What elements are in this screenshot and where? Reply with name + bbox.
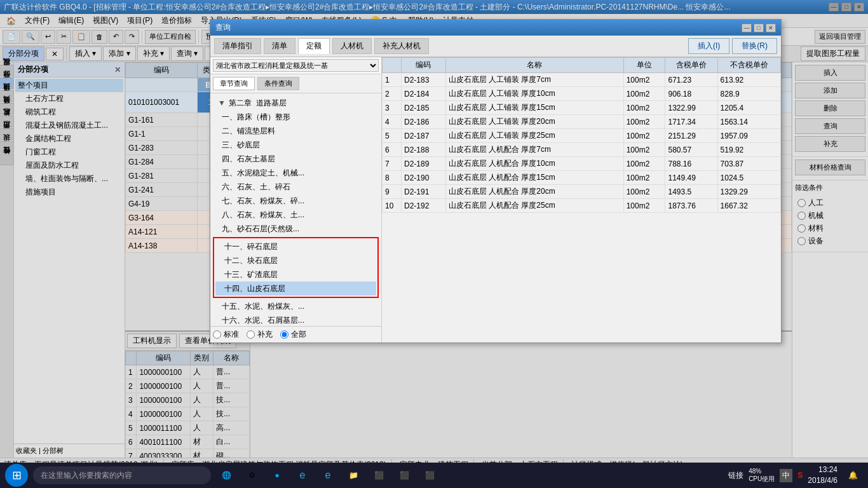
maximize-btn[interactable]: □ <box>841 3 851 11</box>
add-btn[interactable]: 添加 ▾ <box>103 46 135 61</box>
icon-btn5[interactable]: 📋 <box>72 30 90 44</box>
menu-edit[interactable]: 编辑(E) <box>55 14 88 27</box>
tree-lime-soil[interactable]: 四、石灰土基层 <box>213 152 379 166</box>
tree-road-bed[interactable]: 一、路床（槽）整形 <box>213 110 379 124</box>
tab-baobiao[interactable]: 报表 <box>0 141 14 152</box>
icon-btn7[interactable]: ↶ <box>109 30 123 44</box>
tree-lime-flyash-soil[interactable]: 八、石灰、粉煤灰、土... <box>213 208 379 222</box>
tree-cement-flyash[interactable]: 十五、水泥、粉煤灰、... <box>213 299 379 313</box>
tree-item-all[interactable]: 整个项目 <box>15 79 123 92</box>
taskbar-icon-ie2[interactable]: e <box>318 465 338 485</box>
tree-item-concrete[interactable]: 混凝土及钢筋混凝土工... <box>15 119 123 132</box>
dialog-insert-btn[interactable]: 插入(I) <box>688 38 729 54</box>
icon-buttons[interactable]: 📄 <box>3 30 20 44</box>
taskbar-icon-3[interactable]: ● <box>267 465 287 485</box>
return-project-btn[interactable]: 返回项目管理 <box>815 30 865 44</box>
menu-project[interactable]: 项目(P) <box>123 14 156 27</box>
result-table-wrap[interactable]: 编码 名称 单位 含税单价 不含税单价 1D2-183山皮石底层 人工铺装 厚度… <box>382 57 781 342</box>
tree-block-stone[interactable]: 十二、块石底层 <box>215 254 376 268</box>
menu-price-index[interactable]: 造价指标 <box>158 14 196 27</box>
dialog-minimize[interactable]: — <box>742 24 752 32</box>
taskbar-icon-app1[interactable]: ⬛ <box>369 465 389 485</box>
tree-bedding[interactable]: 二、铺流垫层料 <box>213 124 379 138</box>
start-button[interactable]: ⊞ <box>5 464 28 487</box>
list-item[interactable]: 11000000100人普... <box>126 365 250 379</box>
radio-labor[interactable]: 人工 <box>797 198 863 208</box>
taskbar-icon-folder[interactable]: 📁 <box>343 465 363 485</box>
result-row[interactable]: 2D2-184山皮石底层 人工铺装 厚度10cm100m2906.18828.9 <box>383 87 781 101</box>
tab-dinge[interactable]: 定额 <box>298 38 330 54</box>
query-action-btn[interactable]: 查询 <box>795 118 865 134</box>
tree-item-measures[interactable]: 措施项目 <box>15 186 123 199</box>
tab-condition-query[interactable]: 条件查询 <box>257 77 299 90</box>
list-item[interactable]: 64001011100材白... <box>126 435 250 449</box>
dialog-replace-btn[interactable]: 替换(R) <box>732 38 777 54</box>
sidebar-close-btn[interactable]: ✕ <box>114 65 121 74</box>
tree-item-door[interactable]: 门窗工程 <box>15 146 123 159</box>
extract-qty-btn[interactable]: 提取图形工程量 <box>801 46 865 61</box>
tab-qingdan[interactable]: 清单 <box>264 38 295 54</box>
insert-action-btn[interactable]: 插入 <box>795 65 865 81</box>
tree-chapter2[interactable]: ▼ 第二章 道路基层 <box>213 96 379 110</box>
taskbar-icon-1[interactable]: 🌐 <box>216 465 236 485</box>
menu-view[interactable]: 视图(V) <box>89 14 122 27</box>
icon-btn3[interactable]: ↩ <box>41 30 55 44</box>
tab-rencaiji[interactable]: 人材机汇总 <box>0 116 14 127</box>
taskbar-icon-ie[interactable]: e <box>292 465 313 485</box>
radio-all[interactable]: 全部 <box>280 329 306 340</box>
fenbufenxiang-btn[interactable]: 分部分项 <box>3 46 44 61</box>
supplement-btn[interactable]: 补充 ▾ <box>137 46 170 61</box>
tree-crushed-stone[interactable]: 十一、碎石底层 <box>215 240 376 254</box>
tab-project-overview[interactable]: 工程概况 <box>0 65 14 76</box>
collect-panel-btn[interactable]: 收藏夹 | 分部树 <box>14 444 125 458</box>
icon-btn8[interactable]: ↷ <box>125 30 139 44</box>
material-price-btn[interactable]: 材料价格查询 <box>795 159 865 175</box>
result-row[interactable]: 3D2-185山皮石底层 人工铺装 厚度15cm100m21322.991205… <box>383 101 781 115</box>
result-row[interactable]: 8D2-190山皮石底层 人机配合 厚度15cm100m21149.491024… <box>383 171 781 185</box>
minimize-btn[interactable]: — <box>829 3 839 11</box>
tree-item-earth[interactable]: 土石方工程 <box>15 92 123 105</box>
dialog-maximize[interactable]: □ <box>754 24 764 32</box>
delete-action-btn[interactable]: 删除 <box>795 100 865 116</box>
taskbar-icon-2[interactable]: ⚙ <box>241 465 262 485</box>
menu-file[interactable]: 文件(F) <box>21 14 53 27</box>
tree-sand[interactable]: 三、砂底层 <box>213 138 379 152</box>
result-row[interactable]: 9D2-191山皮石底层 人机配合 厚度20cm100m21493.51329.… <box>383 185 781 199</box>
bottom-table-wrap[interactable]: 编码 类别 名称 11000000100人普... 21000000100人普.… <box>125 351 250 458</box>
menu-home[interactable]: 🏠 <box>3 15 20 27</box>
taskbar-notification[interactable]: 🔔 <box>843 465 863 485</box>
list-item[interactable]: 51000011100人高... <box>126 421 250 435</box>
result-row[interactable]: 4D2-186山皮石底层 人工铺装 厚度20cm100m21717.341563… <box>383 115 781 129</box>
tab-qingdan-guide[interactable]: 清单指引 <box>214 38 261 54</box>
tab-feiyong[interactable]: 费用汇总 <box>0 128 14 140</box>
tree-mountain-stone[interactable]: 十四、山皮石底层 <box>215 281 376 295</box>
taskbar-icon-app3[interactable]: ⬛ <box>419 465 440 485</box>
close-panel-btn[interactable]: ✕ <box>46 48 64 60</box>
list-item[interactable]: 41000000100人技... <box>126 407 250 421</box>
result-row[interactable]: 5D2-187山皮石底层 人工铺装 厚度25cm100m22151.291957… <box>383 129 781 143</box>
tree-slag[interactable]: 十三、矿渣底层 <box>215 268 376 281</box>
tree-natural-gravel[interactable]: 九、砂石石层(天然级... <box>213 222 379 236</box>
tree-cement-soil[interactable]: 五、水泥稳定土、机械... <box>213 166 379 180</box>
icon-btn4[interactable]: ✂ <box>57 30 71 44</box>
result-row[interactable]: 6D2-188山皮石底层 人机配合 厚度7cm100m2580.57519.92 <box>383 143 781 157</box>
tree-item-metal[interactable]: 金属结构工程 <box>15 132 123 146</box>
list-item[interactable]: 31000000100人技... <box>126 393 250 407</box>
taskbar-search[interactable]: 在这里输入你要搜索的内容 <box>33 466 211 484</box>
taskbar-ime[interactable]: 中 <box>780 469 792 482</box>
bottom-right-panel[interactable] <box>250 332 792 458</box>
radio-standard[interactable]: 标准 <box>213 329 239 340</box>
query-btn[interactable]: 查询 ▾ <box>171 46 203 61</box>
tab-fenbufenxiang[interactable]: 分部分项 <box>0 78 14 89</box>
close-btn[interactable]: ✕ <box>854 3 864 11</box>
dialog-close[interactable]: ✕ <box>766 24 776 32</box>
taskbar-s-icon[interactable]: S <box>797 471 803 480</box>
radio-machine[interactable]: 机械 <box>797 210 863 221</box>
add-action-btn[interactable]: 添加 <box>795 83 865 98</box>
radio-equipment[interactable]: 设备 <box>797 236 863 247</box>
supplement-action-btn[interactable]: 补充 <box>795 136 865 152</box>
tree-item-roof[interactable]: 屋面及防水工程 <box>15 159 123 172</box>
tab-rencaiji[interactable]: 人材机 <box>332 38 372 54</box>
tree-item-wall[interactable]: 墙、柱面装饰与隔断、... <box>15 172 123 186</box>
icon-btn6[interactable]: 🗑 <box>92 30 107 44</box>
